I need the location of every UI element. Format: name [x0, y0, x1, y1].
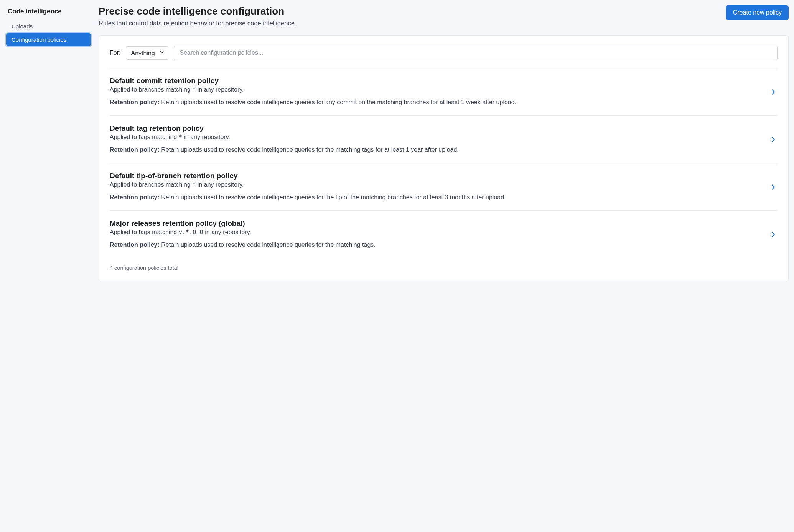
chevron-right-icon [769, 183, 778, 191]
policy-row[interactable]: Major releases retention policy (global)… [110, 211, 778, 258]
retention-label: Retention policy: [110, 241, 160, 248]
sidebar-item-uploads[interactable]: Uploads [6, 20, 91, 33]
retention-text: Retain uploads used to resolve code inte… [160, 241, 376, 248]
page-title: Precise code intelligence configuration [99, 5, 296, 17]
sidebar-item-configuration-policies[interactable]: Configuration policies [6, 33, 91, 46]
policy-row[interactable]: Default tip-of-branch retention policy A… [110, 163, 778, 211]
policy-applied: Applied to tags matching * in any reposi… [110, 134, 762, 141]
policy-retention: Retention policy: Retain uploads used to… [110, 240, 762, 250]
policy-list: Default commit retention policy Applied … [110, 68, 778, 258]
create-new-policy-button[interactable]: Create new policy [726, 5, 789, 20]
chevron-right-icon [769, 230, 778, 239]
retention-text: Retain uploads used to resolve code inte… [160, 99, 516, 105]
retention-text: Retain uploads used to resolve code inte… [160, 146, 459, 153]
policy-pattern: * [179, 134, 182, 141]
chevron-right-icon [769, 88, 778, 96]
sidebar: Code intelligence Uploads Configuration … [5, 5, 92, 281]
retention-label: Retention policy: [110, 99, 160, 105]
policy-pattern: v.*.0.0 [179, 229, 203, 236]
retention-text: Retain uploads used to resolve code inte… [160, 194, 506, 200]
search-input[interactable] [174, 46, 778, 60]
policy-title: Default tip-of-branch retention policy [110, 172, 762, 180]
policies-total-count: 4 configuration policies total [110, 265, 778, 271]
policy-retention: Retention policy: Retain uploads used to… [110, 98, 762, 107]
filter-for-label: For: [110, 49, 120, 56]
page-subtitle: Rules that control data retention behavi… [99, 20, 296, 27]
sidebar-title: Code intelligence [5, 5, 92, 19]
policy-applied: Applied to tags matching v.*.0.0 in any … [110, 229, 762, 236]
policy-applied: Applied to branches matching * in any re… [110, 181, 762, 188]
retention-label: Retention policy: [110, 146, 160, 153]
page-header: Precise code intelligence configuration … [99, 5, 789, 27]
policy-row[interactable]: Default tag retention policy Applied to … [110, 116, 778, 163]
sidebar-item-label: Uploads [12, 23, 33, 30]
retention-label: Retention policy: [110, 194, 160, 200]
filter-for-select[interactable]: Anything [126, 46, 168, 60]
sidebar-item-label: Configuration policies [12, 36, 66, 43]
policy-retention: Retention policy: Retain uploads used to… [110, 193, 762, 202]
policy-title: Default commit retention policy [110, 77, 762, 85]
chevron-right-icon [769, 135, 778, 144]
filter-for-select-wrap: Anything [126, 46, 168, 60]
policy-title: Major releases retention policy (global) [110, 219, 762, 228]
filter-row: For: Anything [110, 46, 778, 60]
policy-row[interactable]: Default commit retention policy Applied … [110, 68, 778, 116]
policy-title: Default tag retention policy [110, 124, 762, 133]
main-content: Precise code intelligence configuration … [99, 5, 789, 281]
policy-applied: Applied to branches matching * in any re… [110, 86, 762, 93]
policy-retention: Retention policy: Retain uploads used to… [110, 145, 762, 154]
policies-card: For: Anything Default commit retention p… [99, 35, 789, 281]
